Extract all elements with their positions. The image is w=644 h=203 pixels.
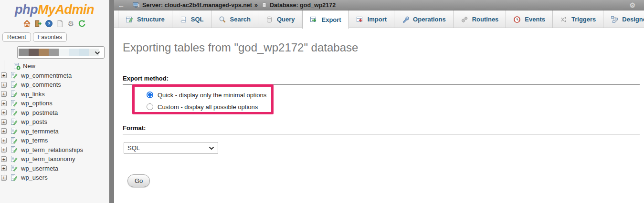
tree-item-label: wp_posts <box>21 118 47 125</box>
table-icon <box>10 127 18 135</box>
tree-item-table[interactable]: +wp_term_taxonomy <box>0 154 109 164</box>
table-icon <box>10 174 18 182</box>
tab-label: Import <box>368 16 387 23</box>
table-icon <box>10 109 18 116</box>
recent-tab[interactable]: Recent <box>2 32 31 42</box>
tree-item-table[interactable]: +wp_options <box>0 99 109 108</box>
tree-item-table[interactable]: +wp_termmeta <box>0 127 109 136</box>
format-section-label: Format: <box>123 124 640 134</box>
tree-item-label: wp_options <box>21 100 53 107</box>
server-breadcrumb-bar: ← Server: cloud-ac2b4f.managed-vps.net »… <box>114 0 644 10</box>
tab-label: Query <box>277 16 295 23</box>
tab-label: Triggers <box>571 16 596 23</box>
tab-structure[interactable]: Structure <box>118 10 172 28</box>
events-icon <box>513 16 521 23</box>
radio-custom-label[interactable]: Custom - display all possible options <box>158 103 258 111</box>
tab-triggers[interactable]: Triggers <box>553 10 603 28</box>
table-icon <box>10 118 18 126</box>
help-icon[interactable]: ? <box>45 20 53 28</box>
table-icon <box>10 164 18 172</box>
database-tab-bar: Structure SQL Search Query Export Import… <box>114 10 644 28</box>
tab-events[interactable]: Events <box>506 10 553 28</box>
radio-custom[interactable] <box>147 103 153 110</box>
expand-icon[interactable]: + <box>1 82 7 88</box>
go-button[interactable]: Go <box>127 174 150 187</box>
page-title: Exporting tables from "god_wp2172" datab… <box>123 41 358 54</box>
tree-item-table[interactable]: +wp_postmeta <box>0 108 109 118</box>
sidebar-resizer[interactable] <box>109 0 114 203</box>
tab-operations[interactable]: Operations <box>394 10 454 28</box>
database-nav-select[interactable] <box>17 46 105 59</box>
expand-icon[interactable]: + <box>1 72 7 78</box>
expand-icon[interactable]: + <box>1 147 7 152</box>
tree-item-new[interactable]: New <box>0 61 109 71</box>
tab-label: Events <box>525 16 545 23</box>
export-method-label-text: Export method: <box>123 75 169 82</box>
tree-item-label: wp_terms <box>21 137 48 144</box>
tab-search[interactable]: Search <box>211 10 258 28</box>
sidebar-icon-toolbar: ? ⚙ <box>0 19 109 28</box>
expand-icon[interactable]: + <box>1 138 7 143</box>
home-icon[interactable] <box>23 20 31 28</box>
tab-designer[interactable]: Designer <box>603 10 644 28</box>
breadcrumb-separator: » <box>254 2 258 9</box>
tree-item-label: wp_termmeta <box>21 128 59 135</box>
expand-icon[interactable]: + <box>1 165 7 171</box>
tree-item-table[interactable]: +wp_terms <box>0 136 109 145</box>
expand-icon[interactable]: + <box>1 128 7 134</box>
format-select[interactable]: SQL <box>124 142 218 154</box>
settings-icon[interactable]: ⚙ <box>67 20 75 28</box>
export-icon <box>310 16 317 23</box>
routines-icon <box>461 16 468 23</box>
tree-item-label: wp_comments <box>21 81 61 88</box>
table-icon <box>10 71 18 79</box>
tab-routines[interactable]: Routines <box>454 10 507 28</box>
tree-item-label: wp_postmeta <box>21 109 58 116</box>
tree-item-table[interactable]: +wp_comments <box>0 80 109 90</box>
tab-label: Routines <box>472 16 499 23</box>
back-arrow[interactable]: ← <box>118 1 125 9</box>
tab-label: Operations <box>413 16 446 23</box>
expand-icon[interactable]: + <box>1 175 7 181</box>
operations-icon <box>401 16 409 23</box>
tree-item-table[interactable]: +wp_term_relationships <box>0 145 109 155</box>
phpmyadmin-logo[interactable]: phpMyAdmin <box>0 2 109 17</box>
logout-icon[interactable] <box>34 20 42 28</box>
navigation-sidebar: phpMyAdmin ? ⚙ Recent Favorites <box>0 0 109 203</box>
breadcrumb-server[interactable]: Server: cloud-ac2b4f.managed-vps.net <box>142 2 252 9</box>
refresh-icon[interactable] <box>78 20 86 28</box>
tree-item-table[interactable]: +wp_users <box>0 173 109 183</box>
tree-item-table[interactable]: +wp_links <box>0 90 109 99</box>
tree-item-label: wp_commentmeta <box>21 72 72 79</box>
export-method-section-label: Export method: <box>123 75 640 85</box>
docs-icon[interactable] <box>56 20 64 28</box>
new-table-icon <box>13 62 21 70</box>
table-icon <box>10 90 18 98</box>
database-icon <box>261 2 267 8</box>
tab-export[interactable]: Export <box>302 10 348 29</box>
page-settings-gear-icon[interactable]: ⚙ <box>629 1 635 10</box>
tree-item-table[interactable]: +wp_commentmeta <box>0 71 109 81</box>
expand-icon[interactable]: + <box>1 91 7 97</box>
tree-item-table[interactable]: +wp_posts <box>0 117 109 127</box>
logo-myadmin-part: MyAdmin <box>38 2 94 17</box>
expand-icon[interactable]: + <box>1 110 7 115</box>
favorites-tab[interactable]: Favorites <box>33 32 67 42</box>
triggers-icon <box>560 16 568 23</box>
table-icon <box>10 137 18 144</box>
radio-quick-label[interactable]: Quick - display only the minimal options <box>158 91 266 99</box>
expand-icon[interactable]: + <box>1 119 7 125</box>
tab-sql[interactable]: SQL <box>172 10 211 28</box>
tab-label: Search <box>230 16 251 23</box>
expand-icon[interactable]: + <box>1 156 7 162</box>
tab-import[interactable]: Import <box>349 10 394 28</box>
sql-icon <box>179 16 187 23</box>
main-panel: ← Server: cloud-ac2b4f.managed-vps.net »… <box>114 0 644 203</box>
expand-icon[interactable]: + <box>1 101 7 106</box>
breadcrumb-database[interactable]: Database: god_wp2172 <box>270 2 336 9</box>
table-icon <box>10 146 18 153</box>
radio-quick[interactable] <box>147 91 153 98</box>
tree-connector <box>4 61 12 66</box>
tree-item-table[interactable]: +wp_usermeta <box>0 164 109 173</box>
tab-query[interactable]: Query <box>258 10 303 28</box>
